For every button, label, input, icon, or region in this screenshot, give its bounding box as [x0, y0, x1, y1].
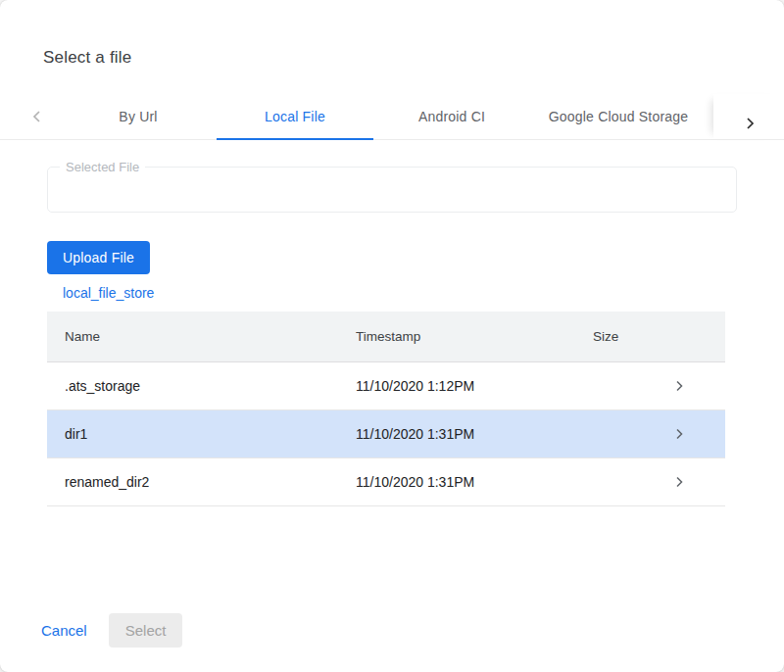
selected-file-label: Selected File	[60, 160, 145, 174]
table-body: .ats_storage 11/10/2020 1:12PM dir1 11/1…	[47, 362, 725, 506]
column-header-name: Name	[47, 329, 356, 344]
row-expand-button[interactable]	[633, 428, 725, 440]
tab-label: Google Cloud Storage	[549, 109, 689, 124]
chevron-right-icon	[673, 428, 685, 440]
cell-name: .ats_storage	[47, 378, 356, 394]
tab-list: By Url Local File Android CI Google Clou…	[60, 94, 707, 139]
tab-android-ci[interactable]: Android CI	[373, 94, 530, 139]
dialog-title: Select a file	[43, 48, 131, 68]
tabs-scroll-next-button[interactable]	[713, 94, 784, 139]
tab-bar: By Url Local File Android CI Google Clou…	[0, 94, 784, 140]
tab-by-url[interactable]: By Url	[60, 94, 217, 139]
file-table: Name Timestamp Size .ats_storage 11/10/2…	[47, 312, 725, 506]
chevron-left-icon	[30, 110, 44, 123]
cell-timestamp: 11/10/2020 1:12PM	[356, 378, 593, 394]
tab-google-cloud-storage[interactable]: Google Cloud Storage	[530, 94, 707, 139]
chevron-right-icon	[673, 380, 685, 392]
chevron-right-icon	[673, 476, 685, 488]
upload-file-button[interactable]: Upload File	[47, 241, 150, 274]
tab-local-file[interactable]: Local File	[217, 94, 373, 139]
dialog-actions: Cancel Select	[29, 613, 182, 648]
selected-file-input[interactable]	[48, 168, 736, 212]
cell-name: renamed_dir2	[47, 474, 356, 490]
tab-label: Local File	[265, 109, 325, 124]
tab-label: Android CI	[418, 109, 485, 124]
table-row[interactable]: renamed_dir2 11/10/2020 1:31PM	[47, 458, 725, 506]
table-row[interactable]: .ats_storage 11/10/2020 1:12PM	[47, 362, 725, 410]
table-row[interactable]: dir1 11/10/2020 1:31PM	[47, 410, 725, 458]
cancel-button[interactable]: Cancel	[29, 614, 99, 647]
active-tab-indicator	[217, 138, 373, 140]
column-header-timestamp: Timestamp	[356, 329, 593, 344]
cell-timestamp: 11/10/2020 1:31PM	[356, 474, 593, 490]
column-header-size: Size	[593, 329, 633, 344]
select-button[interactable]: Select	[109, 613, 183, 648]
table-header: Name Timestamp Size	[47, 312, 725, 362]
tab-label: By Url	[119, 109, 157, 124]
cell-timestamp: 11/10/2020 1:31PM	[356, 426, 593, 442]
row-expand-button[interactable]	[633, 380, 725, 392]
breadcrumb[interactable]: local_file_store	[63, 285, 154, 301]
selected-file-field: Selected File	[47, 167, 737, 213]
cell-name: dir1	[47, 426, 356, 442]
row-expand-button[interactable]	[633, 476, 725, 488]
tabs-scroll-prev-button[interactable]	[0, 94, 60, 139]
select-file-dialog: Select a file By Url Local File Android …	[0, 0, 784, 672]
